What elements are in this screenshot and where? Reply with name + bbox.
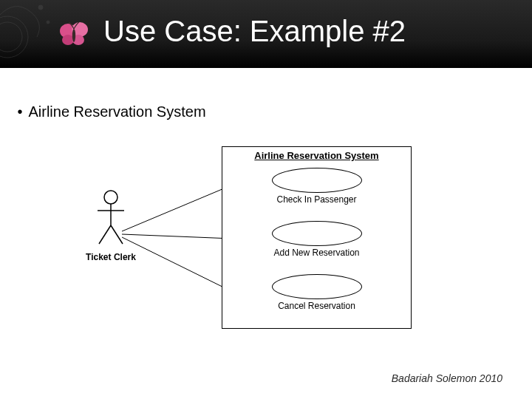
use-case-oval	[272, 221, 362, 246]
use-case-oval	[272, 168, 362, 193]
bullet-marker: •	[15, 103, 25, 120]
use-case-label: Check In Passenger	[276, 194, 356, 205]
use-case-oval	[272, 274, 362, 299]
system-boundary: Airline Reservation System Check In Pass…	[222, 146, 412, 329]
actor: Ticket Clerk	[81, 188, 140, 262]
svg-point-13	[104, 191, 117, 204]
actor-name: Ticket Clerk	[81, 252, 140, 262]
svg-point-7	[62, 35, 74, 45]
bullet-text: Airline Reservation System	[28, 103, 205, 120]
system-name: Airline Reservation System	[222, 150, 411, 161]
slide-header: Use Case: Example #2	[0, 0, 532, 68]
svg-point-9	[72, 29, 75, 42]
butterfly-icon	[58, 21, 90, 49]
svg-line-17	[111, 225, 123, 244]
slide-title: Use Case: Example #2	[103, 15, 406, 48]
footer-credit: Badariah Solemon 2010	[392, 372, 502, 384]
bullet-item: • Airline Reservation System	[15, 103, 206, 120]
use-case-diagram: Airline Reservation System Check In Pass…	[81, 144, 436, 336]
svg-point-1	[0, 22, 22, 52]
svg-point-3	[47, 21, 50, 24]
svg-line-16	[99, 225, 111, 244]
use-case-label: Cancel Reservation	[278, 301, 355, 311]
use-case-label: Add New Reservation	[273, 248, 359, 258]
svg-point-2	[38, 5, 43, 10]
actor-icon	[89, 188, 133, 248]
